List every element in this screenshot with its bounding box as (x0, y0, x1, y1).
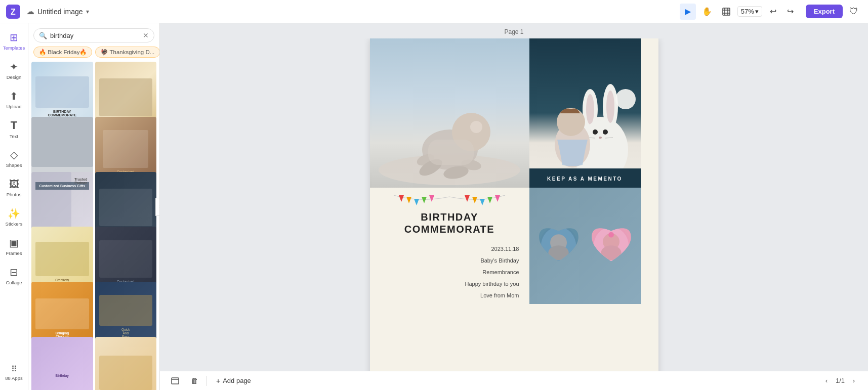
svg-marker-30 (414, 199, 419, 205)
divider (206, 376, 207, 386)
undo-redo-group: ↩ ↪ (765, 4, 799, 20)
birthday-info: 2023.11.18 Baby's Birthday Remembrance H… (380, 243, 519, 301)
document-icon: ☁ (26, 7, 34, 16)
canvas-document: KEEP AS A MEMENTO (370, 38, 658, 371)
redo-button[interactable]: ↪ (782, 4, 799, 20)
heart-photos-area (529, 188, 641, 304)
export-button[interactable]: Export (806, 5, 843, 18)
apps-label: 88 Apps (5, 375, 22, 381)
sidebar-item-shapes[interactable]: ◇ Shapes (2, 145, 26, 172)
svg-point-7 (470, 121, 482, 133)
zoom-chevron-icon: ▾ (755, 8, 759, 15)
app-logo: Z (6, 5, 20, 19)
title-chevron-icon[interactable]: ▾ (86, 8, 89, 15)
delete-page-button[interactable]: 🗑 (187, 374, 201, 388)
svg-point-20 (593, 129, 598, 135)
collage-icon: ⊟ (10, 266, 18, 278)
svg-point-21 (603, 129, 608, 135)
svg-marker-32 (429, 195, 434, 202)
photo-cell-baby-crawl (370, 38, 529, 188)
sidebar-item-collage[interactable]: ⊟ Collage (2, 262, 26, 289)
next-page-button[interactable]: › (848, 375, 860, 387)
svg-point-22 (599, 137, 602, 139)
frames-icon: ▣ (9, 237, 19, 249)
main-layout: ⊞ Templates ✦ Design ⬆ Upload T Text ◇ S… (0, 23, 868, 390)
panel-collapse-handle[interactable]: › (155, 198, 160, 216)
svg-point-17 (586, 94, 594, 124)
svg-marker-34 (472, 197, 477, 203)
canvas-scroll[interactable]: KEEP AS A MEMENTO (160, 38, 868, 371)
document-title-area: ☁ Untitled image ▾ (26, 7, 676, 16)
zoom-control[interactable]: 57% ▾ (737, 6, 762, 17)
shield-button[interactable]: 🛡 (846, 4, 862, 20)
templates-panel: 🔍 ✕ 🔥 Black Friday🔥 🦃 Thanksgiving D... … (28, 23, 160, 390)
sidebar-item-apps[interactable]: ⠿ 88 Apps (2, 359, 26, 386)
birthday-text-area: BIRTHDAY COMMEMORATE 2023.11.18 Baby's B… (370, 188, 529, 304)
svg-rect-2 (723, 8, 730, 15)
tag-chips: 🔥 Black Friday🔥 🦃 Thanksgiving D... (28, 47, 159, 62)
svg-point-46 (592, 225, 631, 267)
sidebar-icons: ⊞ Templates ✦ Design ⬆ Upload T Text ◇ S… (0, 23, 28, 390)
prev-page-button[interactable]: ‹ (820, 375, 833, 387)
select-tool-button[interactable]: ▶ (680, 4, 696, 20)
bottom-bar-left: 🗑 + Add page (168, 374, 255, 388)
upload-icon: ⬆ (10, 90, 18, 102)
sidebar-item-templates[interactable]: ⊞ Templates (2, 27, 26, 55)
sidebar-item-stickers[interactable]: ✨ Stickers (2, 203, 26, 231)
add-page-icon: + (216, 377, 220, 385)
add-page-button[interactable]: + Add page (212, 375, 255, 387)
photo-cell-bunny-girl: KEEP AS A MEMENTO (529, 38, 641, 188)
templates-icon: ⊞ (10, 31, 18, 44)
add-page-label: Add page (223, 377, 251, 384)
sidebar-item-frames[interactable]: ▣ Frames (2, 233, 26, 260)
svg-marker-33 (465, 195, 470, 202)
document-title: Untitled image (37, 8, 83, 16)
photos-icon: 🖼 (9, 179, 19, 190)
design-icon: ✦ (10, 61, 18, 73)
toolbar: Z ☁ Untitled image ▾ ▶ ✋ 57% ▾ ↩ ↪ Expor… (0, 0, 868, 23)
svg-marker-37 (495, 195, 500, 202)
svg-point-27 (615, 89, 636, 109)
sidebar-item-photos[interactable]: 🖼 Photos (2, 174, 26, 201)
text-icon: T (11, 119, 17, 132)
svg-marker-35 (480, 199, 485, 205)
bottom-bar: 🗑 + Add page ‹ 1/1 › (160, 371, 868, 390)
list-item[interactable]: Creativity (95, 337, 157, 390)
undo-button[interactable]: ↩ (765, 4, 781, 20)
svg-rect-12 (428, 140, 474, 165)
svg-point-18 (606, 91, 614, 123)
canvas-area: Page 1 (160, 23, 868, 390)
toolbar-tools: ▶ ✋ 57% ▾ ↩ ↪ Export 🛡 (680, 4, 862, 20)
page-thumbnail-button[interactable] (168, 374, 182, 388)
search-icon: 🔍 (39, 32, 47, 39)
pagination-label: 1/1 (836, 377, 845, 384)
search-bar: 🔍 ✕ (33, 28, 154, 42)
apps-icon: ⠿ (11, 364, 17, 374)
list-item[interactable]: Birthday (31, 337, 93, 390)
svg-text:Z: Z (11, 8, 16, 16)
pan-tool-button[interactable]: ✋ (699, 4, 715, 20)
svg-rect-47 (172, 378, 179, 384)
memento-text: KEEP AS A MEMENTO (547, 176, 623, 182)
sidebar-item-upload[interactable]: ⬆ Upload (2, 86, 26, 113)
svg-marker-31 (422, 197, 427, 203)
frame-tool-button[interactable] (718, 4, 734, 20)
stickers-icon: ✨ (8, 207, 20, 220)
svg-marker-29 (406, 197, 411, 203)
page-label: Page 1 (160, 23, 868, 38)
search-input[interactable] (50, 32, 140, 39)
sidebar-item-text[interactable]: T Text (2, 115, 26, 143)
tag-chip-blackfriday[interactable]: 🔥 Black Friday🔥 (33, 47, 92, 58)
birthday-title: BIRTHDAY COMMEMORATE (404, 211, 494, 235)
tag-chip-thanksgiving[interactable]: 🦃 Thanksgiving D... (95, 47, 159, 58)
shapes-icon: ◇ (10, 149, 18, 161)
svg-marker-28 (399, 195, 404, 202)
svg-marker-36 (487, 197, 492, 203)
svg-point-41 (539, 225, 578, 267)
search-clear-button[interactable]: ✕ (143, 31, 149, 39)
pagination-area: ‹ 1/1 › (820, 375, 860, 387)
sidebar-item-design[interactable]: ✦ Design (2, 57, 26, 84)
zoom-value: 57% (741, 8, 754, 15)
template-grid: BIRTHDAYCOMMEMORATE Baby's BirthdayRemem… (28, 62, 159, 390)
